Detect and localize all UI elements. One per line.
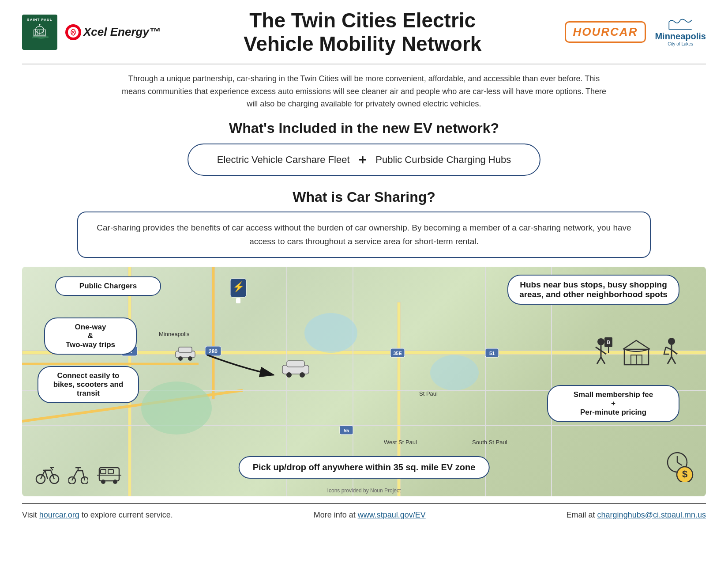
svg-line-65 [601,351,606,354]
svg-point-62 [597,338,604,345]
map-label-weststpaul: West St Paul [384,439,417,446]
svg-point-58 [101,480,105,484]
svg-text:$: $ [682,469,687,480]
footer-more-info: More info at www.stpaul.gov/EV [314,510,426,520]
svg-line-79 [672,357,675,364]
svg-rect-56 [108,469,113,474]
main-title: The Twin Cities Electric Vehicle Mobilit… [169,9,556,56]
svg-rect-55 [101,469,106,474]
connect-easily-callout: Connect easily tobikes, scooters andtran… [38,366,139,403]
minneapolis-logo: Minneapolis City of Lakes [655,18,706,46]
xcel-energy-text: Xcel Energy™ [83,25,161,39]
svg-text:55: 55 [344,428,349,433]
svg-point-44 [178,356,183,361]
svg-point-22 [141,382,212,435]
car-sharing-description: Car-sharing provides the benefits of car… [77,212,651,258]
ev-network-box: Electric Vehicle Carshare Fleet + Public… [188,144,540,176]
svg-line-76 [666,347,672,350]
small-membership-callout: Small membership fee+Per-minute pricing [547,385,679,422]
car-sharing-title: What is Car Sharing? [22,189,706,205]
stpaul-ev-link[interactable]: www.stpaul.gov/EV [358,510,426,519]
svg-text:⚡: ⚡ [233,281,245,293]
location-icons: B [589,337,684,368]
svg-point-59 [113,480,117,484]
footer: Visit hourcar.org to explore current ser… [22,503,706,520]
header: SAINT PAUL [22,9,706,64]
footer-email: Email at charginghubs@ci.stpaul.mn.us [567,510,706,520]
svg-line-82 [677,462,682,465]
minneapolis-wave-icon [665,18,696,31]
svg-text:35E: 35E [393,351,402,356]
footer-visit: Visit hourcar.org to explore current ser… [22,510,173,520]
svg-point-37 [286,372,292,378]
svg-text:51: 51 [489,351,495,356]
header-left-logos: SAINT PAUL [22,15,161,50]
xcel-swirl-icon [69,28,77,36]
bike-icon [35,464,60,484]
svg-point-38 [300,372,305,378]
svg-point-45 [188,356,192,361]
header-title: The Twin Cities Electric Vehicle Mobilit… [161,9,565,56]
hourcar-logo: HOURCAR [565,21,646,43]
svg-line-64 [596,347,601,351]
svg-point-74 [668,338,675,345]
pickup-banner: Pick up/drop off anywhere within 35 sq. … [239,456,490,479]
one-way-trips-callout: One-way&Two-way trips [44,317,137,355]
map-label-southstpaul: South St Paul [472,439,507,446]
intro-text: Through a unique partnership, car-sharin… [121,72,607,110]
svg-point-23 [304,313,357,353]
charging-hubs-label: Public Curbside Charging Hubs [375,154,511,166]
svg-text:B: B [607,340,610,345]
bus-icon [97,464,121,484]
transport-icons [35,464,121,484]
svg-point-2 [39,24,41,25]
svg-line-67 [601,357,605,364]
hourcar-link[interactable]: hourcar.org [39,510,79,519]
email-link[interactable]: charginghubs@ci.stpaul.mn.us [597,510,706,519]
svg-line-77 [672,350,677,354]
svg-rect-43 [179,347,192,352]
money-clock-icon: $ [662,449,695,484]
bus-stop-icon: B [589,337,613,368]
header-right-logos: HOURCAR Minneapolis City of Lakes [565,18,706,46]
map-section: 35 280 51 35E 55 ⚡ [22,267,706,496]
svg-rect-41 [236,298,240,303]
map-caption: Icons provided by Noun Project [327,487,401,494]
svg-rect-36 [287,361,304,367]
map-label-stpaul: St Paul [419,390,438,397]
map-label-minneapolis: Minneapolis [159,331,189,337]
svg-rect-9 [33,35,46,36]
hubs-near-bus-callout: Hubs near bus stops, busy shoppingareas,… [507,275,679,305]
svg-rect-12 [212,267,215,399]
shop-icon [622,338,651,367]
ev-network-title: What's Included in the new EV network? [22,120,706,136]
svg-text:280: 280 [209,348,218,355]
page: SAINT PAUL [0,0,728,563]
xcel-energy-logo: Xcel Energy™ [65,24,161,40]
saint-paul-logo: SAINT PAUL [22,15,57,50]
saint-paul-dome-icon [31,22,49,39]
plus-icon: + [359,151,367,168]
shopper-icon [660,337,684,368]
svg-line-78 [668,357,672,364]
clock-money-svg: $ [662,449,695,482]
svg-line-66 [597,357,601,364]
svg-point-24 [430,355,479,390]
xcel-circle-icon [65,24,81,40]
scooter-icon [68,464,88,484]
public-chargers-callout: Public Chargers [55,276,161,296]
ev-fleet-label: Electric Vehicle Carshare Fleet [217,154,350,166]
